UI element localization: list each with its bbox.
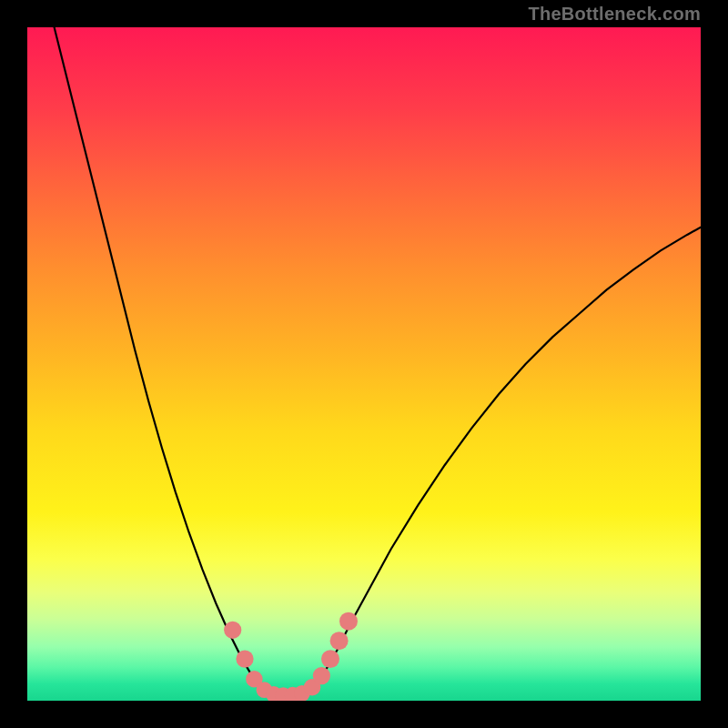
curve-marker (224, 622, 241, 639)
curve-marker (330, 632, 349, 650)
plot-area (27, 27, 701, 701)
marker-group (224, 612, 358, 701)
attribution-text: TheBottleneck.com (528, 4, 701, 25)
curve-marker (321, 650, 339, 668)
chart-frame: TheBottleneck.com (0, 0, 728, 728)
curve-marker (339, 612, 358, 631)
curve-marker (313, 667, 330, 684)
chart-svg (27, 27, 701, 701)
curve-marker (236, 651, 253, 668)
bottleneck-curve (55, 27, 701, 697)
